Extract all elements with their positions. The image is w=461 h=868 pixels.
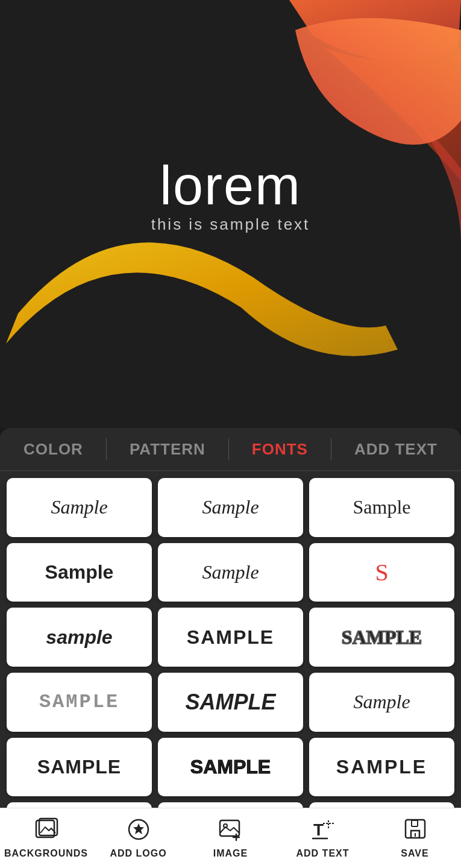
tab-fonts[interactable]: FONTS <box>240 434 320 465</box>
font-cell-f14[interactable]: SAMPLE <box>158 738 303 797</box>
nav-add-logo[interactable]: ADD LOGO <box>102 817 175 859</box>
add-text-icon: T <box>311 817 335 845</box>
font-sample-f4: Sample <box>45 561 114 583</box>
tab-divider-1 <box>106 438 107 460</box>
font-sample-f15: SAMPLE <box>336 756 427 778</box>
font-cell-f11[interactable]: SAMPLE <box>158 673 303 732</box>
bottom-nav: BACKGROUNDS ADD LOGO IMAGE T <box>0 808 461 868</box>
logo-sub-text: this is sample text <box>151 215 310 234</box>
font-sample-f8: SAMPLE <box>187 626 274 649</box>
font-cell-f7[interactable]: sample <box>7 608 152 667</box>
svg-text:T: T <box>313 820 324 839</box>
font-sample-f6: S <box>375 558 388 587</box>
nav-image-label: IMAGE <box>213 848 248 859</box>
font-cell-f8[interactable]: SAMPLE <box>158 608 303 667</box>
nav-save[interactable]: SAVE <box>379 817 451 859</box>
nav-backgrounds-label: BACKGROUNDS <box>4 848 88 859</box>
font-sample-f13: SAMPLE <box>37 756 121 778</box>
tab-addtext[interactable]: ADD TEXT <box>342 434 450 465</box>
tab-pattern[interactable]: PATTERN <box>118 434 218 465</box>
preview-area: lorem this is sample text <box>0 0 461 428</box>
image-icon <box>218 817 243 845</box>
font-sample-f12: Sample <box>353 691 410 713</box>
font-cell-f5[interactable]: Sample <box>158 543 303 602</box>
bottom-panel: COLOR PATTERN FONTS ADD TEXT SampleSampl… <box>0 428 461 868</box>
nav-add-text[interactable]: T ADD TEXT <box>287 817 359 859</box>
tab-divider-3 <box>331 438 331 460</box>
logo-main-text: lorem <box>151 159 310 213</box>
font-sample-f10: SAMPLE <box>39 691 119 713</box>
font-cell-f13[interactable]: SAMPLE <box>7 738 152 797</box>
font-sample-f7: sample <box>46 626 112 649</box>
tab-divider-2 <box>228 438 229 460</box>
font-cell-f15[interactable]: SAMPLE <box>309 738 454 797</box>
add-logo-icon <box>127 817 151 845</box>
svg-rect-13 <box>412 820 418 826</box>
font-cell-f4[interactable]: Sample <box>7 543 152 602</box>
font-cell-f10[interactable]: SAMPLE <box>7 673 152 732</box>
font-cell-f2[interactable]: Sample <box>158 478 303 537</box>
nav-save-label: SAVE <box>401 848 428 859</box>
nav-add-logo-label: ADD LOGO <box>110 848 166 859</box>
nav-image[interactable]: IMAGE <box>195 817 267 859</box>
font-sample-f5: Sample <box>202 561 259 583</box>
logo-overlay: lorem this is sample text <box>151 159 310 234</box>
tab-color[interactable]: COLOR <box>11 434 95 465</box>
font-cell-f6[interactable]: S <box>309 543 454 602</box>
font-cell-f1[interactable]: Sample <box>7 478 152 537</box>
font-sample-f11: SAMPLE <box>185 690 275 715</box>
nav-backgrounds[interactable]: BACKGROUNDS <box>10 817 83 859</box>
font-cell-f3[interactable]: Sample <box>309 478 454 537</box>
font-sample-f2: Sample <box>202 496 259 518</box>
tab-bar: COLOR PATTERN FONTS ADD TEXT <box>0 428 461 471</box>
font-sample-f3: Sample <box>353 496 411 518</box>
save-icon <box>403 817 427 845</box>
font-sample-f9: SAMPLE <box>342 626 422 649</box>
font-cell-f9[interactable]: SAMPLE <box>309 608 454 667</box>
nav-add-text-label: ADD TEXT <box>296 848 350 859</box>
font-sample-f1: Sample <box>51 496 107 518</box>
backgrounds-icon <box>34 817 58 845</box>
font-sample-f14: SAMPLE <box>190 756 271 778</box>
font-cell-f12[interactable]: Sample <box>309 673 454 732</box>
